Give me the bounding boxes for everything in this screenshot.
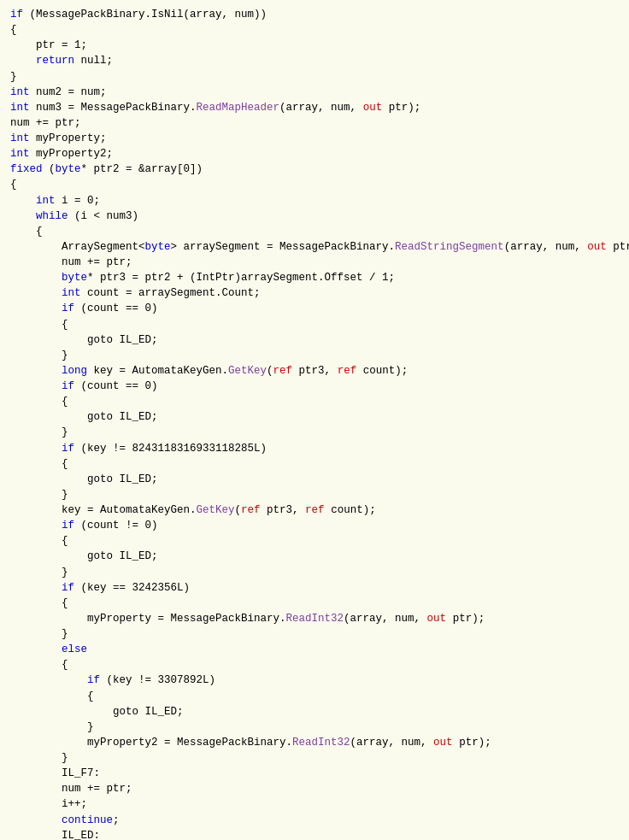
plain-token: myProperty = MessagePackBinary. — [10, 613, 286, 625]
plain-token: ptr); — [607, 241, 629, 253]
keyword-token: fixed — [10, 163, 43, 175]
out-ref-token: ref — [338, 365, 357, 377]
plain-token: count); — [325, 504, 376, 516]
method-token: GetKey — [197, 504, 235, 516]
plain-token: ArraySegment< — [10, 241, 145, 253]
plain-token: { — [10, 535, 68, 547]
keyword-token: if — [62, 582, 74, 594]
plain-token: { — [10, 179, 17, 191]
plain-token — [10, 287, 62, 299]
keyword-token: int — [36, 195, 56, 207]
keyword-token: while — [36, 210, 68, 222]
plain-token — [10, 210, 36, 222]
plain-token — [10, 443, 62, 455]
code-editor: if (MessagePackBinary.IsNil(array, num))… — [0, 0, 629, 840]
plain-token: { — [10, 319, 68, 331]
plain-token: myProperty2 = MessagePackBinary. — [10, 737, 292, 749]
out-ref-token: ref — [273, 365, 293, 377]
plain-token: (key == 3242356L) — [74, 582, 190, 594]
plain-token: key = AutomataKeyGen. — [10, 504, 197, 516]
keyword-token: byte — [145, 241, 171, 253]
plain-token — [10, 814, 62, 826]
plain-token — [10, 674, 87, 686]
plain-token — [10, 582, 62, 594]
plain-token: { — [10, 396, 68, 408]
plain-token: myProperty; — [30, 132, 107, 144]
plain-token: } — [10, 721, 94, 733]
keyword-token: if — [10, 9, 23, 21]
method-token: GetKey — [228, 365, 267, 377]
plain-token: { — [10, 690, 94, 702]
keyword-token: int — [10, 102, 30, 114]
plain-token: i = 0; — [56, 195, 101, 207]
plain-token: { — [10, 659, 68, 671]
plain-token: ( — [43, 163, 56, 175]
plain-token: IL_ED: — [10, 830, 100, 840]
plain-token: ; — [113, 814, 120, 826]
plain-token: goto IL_ED; — [10, 550, 158, 562]
plain-token: (array, num, — [504, 241, 588, 253]
plain-token: ptr); — [446, 613, 485, 625]
method-token: ReadMapHeader — [197, 102, 280, 114]
keyword-token: int — [62, 287, 81, 299]
plain-token: (count != 0) — [74, 520, 158, 532]
plain-token: ( — [235, 504, 242, 516]
keyword-token: continue — [62, 814, 113, 826]
plain-token: count); — [356, 365, 408, 377]
plain-token: { — [10, 458, 68, 470]
plain-token: num += ptr; — [10, 783, 132, 795]
plain-token: ( — [267, 365, 273, 377]
plain-token: key = AutomataKeyGen. — [87, 365, 228, 377]
plain-token: (array, num, — [279, 102, 363, 114]
keyword-token: byte — [10, 272, 87, 284]
plain-token: * ptr3 = ptr2 + (IntPtr)arraySegment.Off… — [87, 272, 395, 284]
keyword-token: if — [62, 303, 74, 314]
plain-token: (count == 0) — [74, 380, 158, 392]
plain-token: ptr = 1; — [10, 39, 87, 51]
keyword-token: byte — [56, 163, 81, 175]
plain-token: (array, num, — [350, 737, 434, 749]
plain-token: (key != 8243118316933118285L) — [74, 443, 267, 455]
plain-token: goto IL_ED; — [10, 334, 158, 346]
plain-token: } — [10, 489, 68, 501]
method-token: ReadStringSegment — [395, 241, 504, 253]
plain-token: myProperty2; — [30, 148, 114, 160]
keyword-token: else — [62, 643, 87, 655]
plain-token: goto IL_ED; — [10, 706, 184, 718]
plain-token: num += ptr; — [10, 256, 132, 268]
method-token: ReadInt32 — [292, 737, 350, 749]
plain-token: num2 = num; — [30, 86, 107, 98]
plain-token: ptr3, — [292, 365, 338, 377]
plain-token: } — [10, 350, 68, 361]
plain-token — [10, 380, 62, 392]
plain-token: > arraySegment = MessagePackBinary. — [171, 241, 396, 253]
plain-token: num3 = MessagePackBinary. — [30, 102, 197, 114]
keyword-token: if — [62, 520, 74, 532]
keyword-token: if — [62, 443, 74, 455]
plain-token — [10, 55, 36, 67]
keyword-token: return — [36, 55, 74, 67]
plain-token: goto IL_ED; — [10, 411, 158, 423]
keyword-token: long — [62, 365, 87, 377]
plain-token: { — [10, 226, 43, 238]
plain-token: } — [10, 567, 68, 579]
out-ref-token: ref — [241, 504, 261, 516]
plain-token: count = arraySegment.Count; — [81, 287, 261, 299]
plain-token: ptr3, — [261, 504, 306, 516]
plain-token — [10, 303, 62, 314]
plain-token: IL_F7: — [10, 767, 100, 779]
plain-token: } — [10, 752, 68, 764]
plain-token — [10, 643, 62, 655]
plain-token: i++; — [10, 798, 87, 810]
keyword-token: if — [87, 674, 100, 686]
plain-token: (i < num3) — [68, 210, 139, 222]
plain-token: (count == 0) — [74, 303, 158, 314]
method-token: ReadInt32 — [286, 613, 344, 625]
plain-token: { — [10, 597, 68, 609]
out-ref-token: out — [433, 737, 453, 749]
out-ref-token: ref — [305, 504, 325, 516]
plain-token — [10, 195, 36, 207]
plain-token: ptr); — [453, 737, 491, 749]
keyword-token: int — [10, 148, 30, 160]
out-ref-token: out — [363, 102, 383, 114]
